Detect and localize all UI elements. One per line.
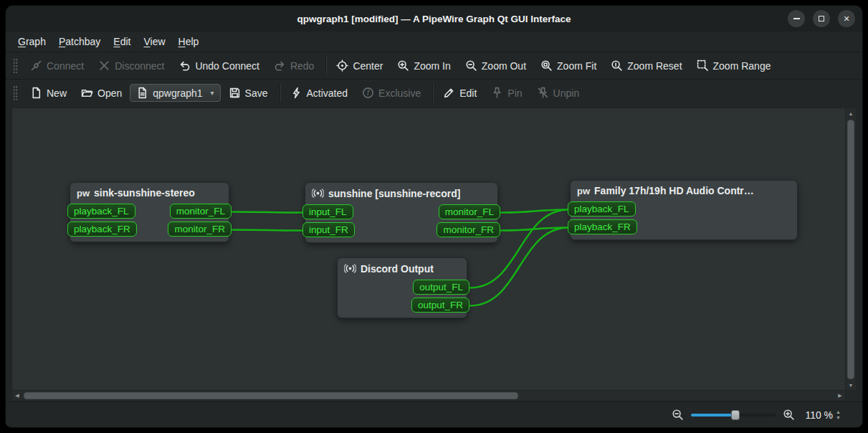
menu-label: V xyxy=(143,36,150,47)
open-folder-icon xyxy=(81,87,93,99)
input-port-playback_FL[interactable]: playback_FL xyxy=(568,201,636,217)
menu-graph[interactable]: Graph xyxy=(11,34,52,49)
statusbar-zoom-in-button[interactable] xyxy=(783,409,795,421)
node-discord-output[interactable]: Discord Outputoutput_FLoutput_FR xyxy=(337,257,467,318)
zoom-slider[interactable] xyxy=(691,409,776,421)
output-port-monitor_FR[interactable]: monitor_FR xyxy=(437,222,500,237)
node-sunshine[interactable]: sunshine [sunshine-record]input_FLinput_… xyxy=(305,182,498,243)
menu-patchbay[interactable]: Patchbay xyxy=(52,34,107,49)
node-title: Discord Output xyxy=(361,263,434,275)
pipewire-icon: pw xyxy=(577,186,590,196)
scroll-up-arrow[interactable]: ▲ xyxy=(846,108,856,118)
activated-icon xyxy=(290,87,302,99)
toolbar-button-open[interactable]: Open xyxy=(75,83,128,103)
toolbar-button-edit[interactable]: Edit xyxy=(437,83,483,103)
graph-canvas[interactable]: pwsink-sunshine-stereoplayback_FLplaybac… xyxy=(11,108,846,391)
node-family-audio[interactable]: pwFamily 17h/19h HD Audio Contr…playback… xyxy=(570,180,798,240)
spin-down-icon[interactable]: ▼ xyxy=(836,415,841,420)
output-port-monitor_FR[interactable]: monitor_FR xyxy=(168,222,232,237)
toolbar-button-zoom-out[interactable]: Zoom Out xyxy=(459,56,533,75)
menu-edit[interactable]: Edit xyxy=(107,34,137,49)
minimize-icon xyxy=(793,18,800,19)
toolbar-button-zoom-fit[interactable]: Zoom Fit xyxy=(534,56,603,75)
window-title: qpwgraph1 [modified] — A PipeWire Graph … xyxy=(297,14,571,24)
menu-label: atchbay xyxy=(65,36,100,47)
toolbar-label: Unpin xyxy=(553,87,580,99)
toolbar-button-redo[interactable]: Redo xyxy=(267,56,320,75)
close-button[interactable]: ✕ xyxy=(838,10,855,27)
spin-up-icon[interactable]: ▲ xyxy=(836,409,841,414)
node-sink-sunshine-stereo[interactable]: pwsink-sunshine-stereoplayback_FLplaybac… xyxy=(70,182,229,242)
output-ports: monitor_FLmonitor_FR xyxy=(168,204,229,237)
vertical-scrollbar-thumb[interactable] xyxy=(847,120,854,379)
toolbar-label: New xyxy=(47,87,67,99)
scroll-down-arrow[interactable]: ▼ xyxy=(846,380,856,390)
app-window: qpwgraph1 [modified] — A PipeWire Graph … xyxy=(6,6,862,427)
toolbar-button-new[interactable]: New xyxy=(24,83,73,103)
zoom-fit-icon xyxy=(540,60,553,72)
node-title: sink-sunshine-stereo xyxy=(94,187,195,199)
zoom-slider-fill xyxy=(691,414,735,417)
zoom-reset-icon xyxy=(611,60,623,72)
toolbar-drag-handle[interactable] xyxy=(13,85,18,100)
maximize-button[interactable] xyxy=(813,10,830,27)
scroll-left-arrow[interactable]: ◀ xyxy=(12,391,22,401)
menu-label: P xyxy=(59,36,65,47)
zoom-out-icon xyxy=(465,60,477,72)
connection-wires xyxy=(12,108,845,390)
vertical-scrollbar[interactable]: ▲ ▼ xyxy=(846,108,857,391)
toolbar-drag-handle[interactable] xyxy=(13,58,18,73)
toolbar-button-disconnect[interactable]: Disconnect xyxy=(92,56,171,75)
horizontal-scrollbar[interactable]: ◀ ▶ xyxy=(11,391,846,401)
zoom-spinbox[interactable]: 110 % ▲ ▼ xyxy=(802,408,844,422)
minimize-button[interactable] xyxy=(788,10,805,27)
statusbar-zoom-out-button[interactable] xyxy=(672,409,684,421)
close-icon: ✕ xyxy=(843,14,849,24)
toolbar-button-undo[interactable]: Undo Connect xyxy=(172,56,266,75)
output-port-output_FR[interactable]: output_FR xyxy=(411,298,469,313)
zoom-range-icon xyxy=(697,60,709,72)
node-ports: input_FLinput_FRmonitor_FLmonitor_FR xyxy=(305,204,497,237)
output-port-output_FL[interactable]: output_FL xyxy=(413,280,469,295)
output-port-monitor_FL[interactable]: monitor_FL xyxy=(439,204,500,219)
input-port-input_FR[interactable]: input_FR xyxy=(302,222,355,237)
menu-help[interactable]: Help xyxy=(172,34,206,49)
toolbar-button-activated[interactable]: Activated xyxy=(284,83,355,103)
input-port-playback_FR[interactable]: playback_FR xyxy=(568,219,637,234)
chevron-down-icon: ▾ xyxy=(211,89,214,97)
toolbar-patchbay: NewOpenqpwgraph1▾SaveActivatedfExclusive… xyxy=(6,79,862,106)
input-port-playback_FR[interactable]: playback_FR xyxy=(67,222,137,237)
toolbar-label: Zoom Out xyxy=(482,60,526,72)
disconnect-icon xyxy=(98,60,110,72)
zoom-value: 110 % xyxy=(805,409,833,421)
toolbar-button-exclusive[interactable]: fExclusive xyxy=(356,83,427,103)
node-ports: playback_FLplayback_FRmonitor_FLmonitor_… xyxy=(70,204,229,237)
node-header: pwsink-sunshine-stereo xyxy=(70,183,229,201)
toolbar-button-save[interactable]: Save xyxy=(222,83,275,103)
menu-label: H xyxy=(178,36,186,47)
toolbar-button-unpin[interactable]: Unpin xyxy=(530,83,586,103)
new-file-icon xyxy=(30,87,42,99)
menu-view[interactable]: View xyxy=(137,34,171,49)
toolbar-button-zoom-in[interactable]: Zoom In xyxy=(391,56,457,75)
input-port-playback_FL[interactable]: playback_FL xyxy=(67,204,135,219)
wire-sunshine.monitor_FL-to-family-audio.playback_FL xyxy=(501,210,568,213)
horizontal-scrollbar-thumb[interactable] xyxy=(24,392,518,399)
toolbar-button-connect[interactable]: Connect xyxy=(24,56,90,75)
graph-view: pwsink-sunshine-stereoplayback_FLplaybac… xyxy=(11,108,857,401)
zoom-slider-handle[interactable] xyxy=(731,410,740,420)
toolbar-label: Connect xyxy=(47,60,84,72)
wire-sink-sunshine-stereo.monitor_FR-to-sunshine.input_FR xyxy=(232,230,303,231)
titlebar[interactable]: qpwgraph1 [modified] — A PipeWire Graph … xyxy=(6,6,862,32)
exclusive-icon: f xyxy=(362,87,374,99)
scroll-right-arrow[interactable]: ▶ xyxy=(835,391,845,401)
toolbar-button-zoom-reset[interactable]: Zoom Reset xyxy=(604,56,688,75)
toolbar-button-center[interactable]: Center xyxy=(330,56,389,75)
toolbar-button-pin[interactable]: Pin xyxy=(485,83,528,103)
input-port-input_FL[interactable]: input_FL xyxy=(302,204,353,219)
pipewire-icon: pw xyxy=(77,189,90,198)
toolbar-button-zoom-range[interactable]: Zoom Range xyxy=(690,56,778,75)
toolbar-button-current-patchbay[interactable]: qpwgraph1▾ xyxy=(130,84,220,102)
output-port-monitor_FL[interactable]: monitor_FL xyxy=(170,204,232,219)
maximize-icon xyxy=(819,16,824,22)
